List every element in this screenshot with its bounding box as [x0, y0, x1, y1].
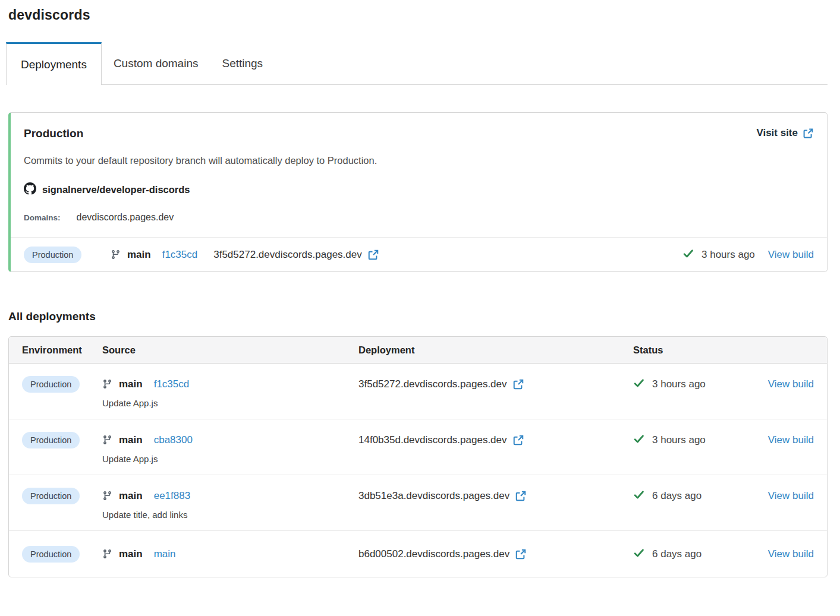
view-build-link[interactable]: View build	[768, 490, 814, 502]
git-branch-icon	[111, 249, 121, 260]
table-row: Production main cba8300 Update App.js 14…	[9, 419, 827, 475]
commit-message: Update title, add links	[102, 510, 358, 520]
domains-row: Domains: devdiscords.pages.dev	[24, 212, 814, 223]
visit-site-link[interactable]: Visit site	[756, 127, 814, 139]
branch-name: main	[119, 490, 143, 502]
repo-name: signalnerve/developer-discords	[42, 184, 190, 195]
domains-value: devdiscords.pages.dev	[77, 212, 174, 223]
column-header-status: Status	[633, 345, 814, 356]
domains-label: Domains:	[24, 213, 61, 222]
github-icon	[24, 182, 36, 197]
branch-name: main	[127, 249, 151, 261]
tab-bar: Deployments Custom domains Settings	[8, 42, 828, 85]
environment-badge: Production	[22, 376, 80, 393]
deployment-time: 3 hours ago	[652, 434, 706, 446]
git-branch-icon	[102, 435, 112, 445]
commit-message: Update App.js	[102, 454, 358, 464]
deployment-time: 6 days ago	[652, 548, 701, 560]
production-card: Production Visit site Commits to your de…	[8, 112, 828, 272]
tab-deployments-label: Deployments	[21, 58, 87, 71]
column-header-deployment: Deployment	[358, 345, 633, 356]
commit-message: Update App.js	[102, 398, 358, 408]
deployments-table: Environment Source Deployment Status Pro…	[8, 336, 828, 577]
view-build-link[interactable]: View build	[768, 249, 814, 261]
view-build-link[interactable]: View build	[768, 548, 814, 560]
visit-site-label: Visit site	[756, 127, 798, 139]
external-link-icon[interactable]	[512, 378, 524, 390]
commit-link[interactable]: main	[154, 548, 176, 560]
deployment-url: 3f5d5272.devdiscords.pages.dev	[358, 378, 507, 390]
pages-project-page: devdiscords Deployments Custom domains S…	[0, 0, 840, 577]
commit-link[interactable]: f1c35cd	[162, 249, 198, 261]
check-icon	[682, 248, 694, 262]
tab-deployments[interactable]: Deployments	[6, 42, 102, 85]
table-row: Production main f1c35cd Update App.js 3f…	[9, 364, 827, 419]
repo-link[interactable]: signalnerve/developer-discords	[24, 182, 814, 197]
git-branch-icon	[102, 491, 112, 501]
environment-badge: Production	[22, 546, 80, 563]
check-icon	[633, 433, 645, 447]
table-header: Environment Source Deployment Status	[9, 337, 827, 364]
production-card-title: Production	[24, 127, 83, 140]
deployment-time: 6 days ago	[652, 490, 701, 502]
table-row: Production main main b6d00502.devdiscord…	[9, 531, 827, 577]
environment-badge: Production	[22, 488, 80, 504]
check-icon	[633, 377, 645, 391]
view-build-link[interactable]: View build	[768, 434, 814, 446]
external-link-icon[interactable]	[515, 490, 527, 502]
branch-name: main	[119, 434, 143, 446]
deployment-time: 3 hours ago	[652, 378, 706, 390]
check-icon	[633, 489, 645, 503]
commit-link[interactable]: f1c35cd	[154, 378, 190, 390]
tab-custom-domains-label: Custom domains	[114, 57, 199, 70]
git-branch-icon	[102, 549, 112, 559]
git-branch-icon	[102, 379, 112, 389]
branch-name: main	[119, 378, 143, 390]
tab-custom-domains[interactable]: Custom domains	[102, 42, 210, 84]
external-link-icon	[803, 128, 814, 139]
tab-settings[interactable]: Settings	[210, 42, 275, 84]
all-deployments-title: All deployments	[8, 310, 828, 323]
table-row: Production main ee1f883 Update title, ad…	[9, 475, 827, 531]
page-title: devdiscords	[8, 7, 828, 23]
production-deployment-row: Production main f1c35cd 3f5d5272.devdisc…	[11, 237, 827, 271]
commit-link[interactable]: cba8300	[154, 434, 193, 446]
column-header-source: Source	[102, 345, 358, 356]
deployment-time: 3 hours ago	[701, 249, 755, 261]
environment-badge: Production	[24, 247, 81, 263]
deployment-url: 3db51e3a.devdiscords.pages.dev	[358, 490, 509, 502]
deployment-url: 3f5d5272.devdiscords.pages.dev	[213, 249, 362, 261]
external-link-icon[interactable]	[515, 548, 527, 560]
column-header-environment: Environment	[22, 345, 102, 356]
production-card-description: Commits to your default repository branc…	[24, 155, 814, 166]
commit-link[interactable]: ee1f883	[154, 490, 190, 502]
view-build-link[interactable]: View build	[768, 378, 814, 390]
deployment-url: b6d00502.devdiscords.pages.dev	[358, 548, 509, 560]
tab-settings-label: Settings	[222, 57, 263, 70]
external-link-icon[interactable]	[512, 434, 524, 446]
branch-name: main	[119, 548, 143, 560]
check-icon	[633, 547, 645, 561]
external-link-icon[interactable]	[367, 249, 379, 261]
environment-badge: Production	[22, 432, 80, 448]
deployment-url: 14f0b35d.devdiscords.pages.dev	[358, 434, 507, 446]
